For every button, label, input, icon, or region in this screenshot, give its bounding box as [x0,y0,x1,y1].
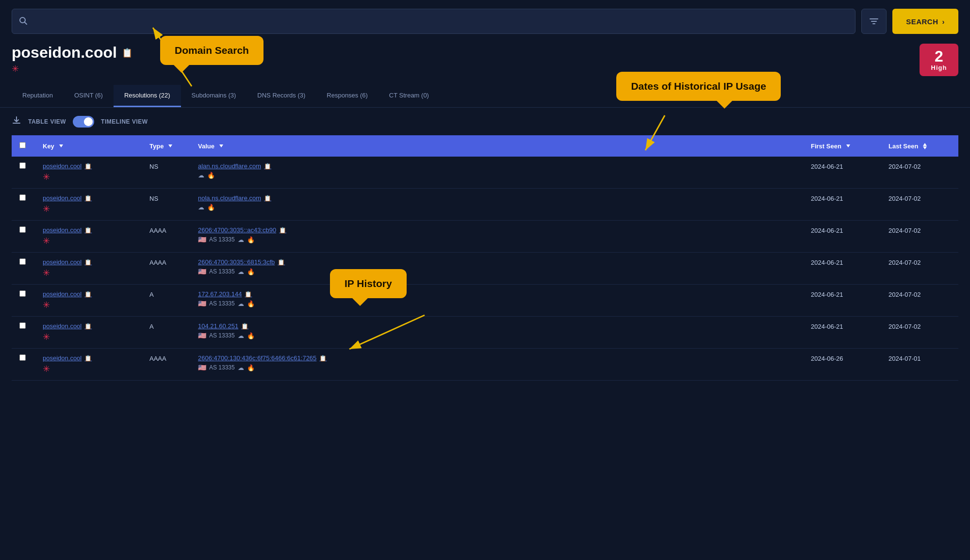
row-type-cell: NS [142,189,190,221]
row-key-cell: poseidon.cool 📋 ✳ [35,349,142,381]
tab-ct[interactable]: CT Stream (0) [378,85,440,107]
last-seen-date: 2024-07-02 [888,227,921,234]
key-copy-icon[interactable]: 📋 [84,195,92,202]
key-link[interactable]: poseidon.cool 📋 [43,258,134,266]
toggle-knob [84,117,93,126]
key-filter-icon [59,144,63,147]
cloud-icon: ☁ [238,236,244,243]
value-link[interactable]: 104.21.60.251 📋 [198,322,795,330]
row-asterisk: ✳ [43,364,134,374]
search-input[interactable]: poseidon.cool [33,17,848,26]
value-link[interactable]: 2606:4700:130:436c:6f75:6466:6c61:7265 📋 [198,354,795,362]
tab-ct-label: CT Stream (0) [389,92,429,99]
last-seen-date: 2024-07-02 [888,195,921,202]
row-type: AAAA [149,355,166,362]
key-text: poseidon.cool [43,194,82,202]
fire-icon: 🔥 [207,172,215,179]
select-all-checkbox[interactable] [19,142,26,148]
row-type-cell: A [142,285,190,317]
svg-line-1 [25,22,27,24]
row-type: NS [149,195,158,202]
row-key-cell: poseidon.cool 📋 ✳ [35,253,142,285]
th-value[interactable]: Value [190,135,803,157]
row-checkbox[interactable] [19,162,26,169]
table-row: poseidon.cool 📋 ✳ A 104.21.60.251 📋 🇺🇸 A… [12,317,958,349]
domain-copy-icon[interactable]: 📋 [122,48,132,58]
key-link[interactable]: poseidon.cool 📋 [43,354,134,362]
row-last-seen-cell: 2024-07-02 [881,221,958,253]
th-key[interactable]: Key [35,135,142,157]
row-checkbox[interactable] [19,258,26,265]
value-link[interactable]: 172.67.203.144 📋 [198,290,795,298]
tab-resolutions-label: Resolutions (22) [124,92,170,99]
key-link[interactable]: poseidon.cool 📋 [43,322,134,330]
tab-subdomains[interactable]: Subdomains (3) [181,85,247,107]
value-copy-icon[interactable]: 📋 [241,323,248,330]
row-key-cell: poseidon.cool 📋 ✳ [35,221,142,253]
fire-icon: 🔥 [247,364,255,371]
key-link[interactable]: poseidon.cool 📋 [43,194,134,202]
value-text: alan.ns.cloudflare.com [198,162,261,170]
key-link[interactable]: poseidon.cool 📋 [43,290,134,298]
filter-button[interactable] [861,9,887,34]
search-button[interactable]: SEARCH › [892,9,958,34]
row-last-seen-cell: 2024-07-02 [881,189,958,221]
tab-reputation[interactable]: Reputation [12,85,64,107]
value-link[interactable]: alan.ns.cloudflare.com 📋 [198,162,795,170]
key-copy-icon[interactable]: 📋 [84,259,92,266]
row-type-cell: AAAA [142,349,190,381]
row-checkbox[interactable] [19,354,26,361]
row-type: NS [149,163,158,170]
value-copy-icon[interactable]: 📋 [264,163,271,170]
tab-dns[interactable]: DNS Records (3) [247,85,316,107]
asterisk-icon: ✳ [12,64,19,74]
value-copy-icon[interactable]: 📋 [264,195,271,202]
value-copy-icon[interactable]: 📋 [319,355,327,362]
view-toggle-switch[interactable] [73,116,94,128]
table-row: poseidon.cool 📋 ✳ AAAA 2606:4700:130:436… [12,349,958,381]
row-type-cell: NS [142,157,190,189]
key-copy-icon[interactable]: 📋 [84,323,92,330]
th-first-seen[interactable]: First Seen [803,135,881,157]
tab-subdomains-label: Subdomains (3) [192,92,236,99]
last-seen-date: 2024-07-02 [888,259,921,266]
row-value-cell: 104.21.60.251 📋 🇺🇸 AS 13335 ☁ 🔥 [190,317,803,349]
value-copy-icon[interactable]: 📋 [245,291,252,298]
value-copy-icon[interactable]: 📋 [279,227,286,234]
value-copy-icon[interactable]: 📋 [278,259,285,266]
row-value-cell: 172.67.203.144 📋 🇺🇸 AS 13335 ☁ 🔥 [190,285,803,317]
value-link[interactable]: 2606:4700:3035::ac43:cb90 📋 [198,226,795,234]
row-checkbox[interactable] [19,322,26,329]
th-type[interactable]: Type [142,135,190,157]
page-wrapper: poseidon.cool SEARCH › poseidon.cool 📋 ✳… [0,0,970,392]
row-key-cell: poseidon.cool 📋 ✳ [35,285,142,317]
tab-responses[interactable]: Responses (6) [316,85,378,107]
row-checkbox-cell [12,253,35,285]
key-link[interactable]: poseidon.cool 📋 [43,226,134,234]
key-copy-icon[interactable]: 📋 [84,163,92,170]
th-last-seen[interactable]: Last Seen [881,135,958,157]
value-link[interactable]: 2606:4700:3035::6815:3cfb 📋 [198,258,795,266]
fire-icon: 🔥 [247,332,255,339]
row-checkbox[interactable] [19,226,26,233]
value-link[interactable]: nola.ns.cloudflare.com 📋 [198,194,795,202]
key-text: poseidon.cool [43,290,82,298]
row-checkbox-cell [12,317,35,349]
th-last-seen-label: Last Seen [888,143,918,150]
row-value-cell: 2606:4700:3035::ac43:cb90 📋 🇺🇸 AS 13335 … [190,221,803,253]
row-checkbox[interactable] [19,290,26,297]
sort-asc-icon [923,143,927,146]
row-asterisk: ✳ [43,300,134,310]
download-icon[interactable] [12,115,21,128]
risk-score: 2 [928,48,950,64]
key-link[interactable]: poseidon.cool 📋 [43,162,134,170]
cloud-icon: ☁ [238,332,244,339]
tab-resolutions[interactable]: Resolutions (22) [114,85,181,107]
row-checkbox-cell [12,221,35,253]
row-checkbox[interactable] [19,194,26,201]
key-copy-icon[interactable]: 📋 [84,291,92,298]
key-copy-icon[interactable]: 📋 [84,227,92,234]
key-copy-icon[interactable]: 📋 [84,355,92,362]
tab-osint[interactable]: OSINT (6) [64,85,114,107]
as-number: AS 13335 [209,364,235,371]
